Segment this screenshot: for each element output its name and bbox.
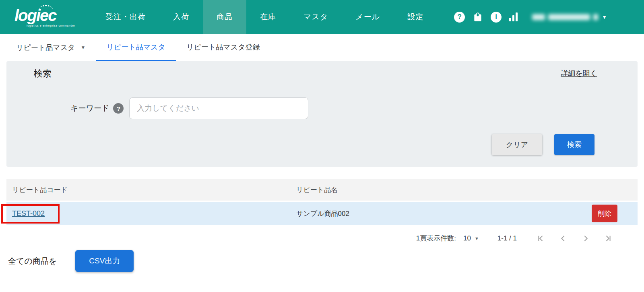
results-table: リピート品コード リピート品名 TEST-002 サンプル商品002 削除 (6, 179, 638, 225)
keyword-label: キーワード (70, 103, 109, 114)
first-page-button[interactable] (536, 234, 545, 243)
last-page-button[interactable] (604, 234, 613, 243)
page-selector-label: リピート品マスタ (16, 43, 75, 52)
nav-item-settings[interactable]: 設定 (394, 0, 437, 34)
shopping-bag-icon[interactable] (473, 12, 483, 22)
nav-icon-group: ? i (454, 0, 518, 34)
column-header-repeat-item-name: リピート品名 (296, 185, 638, 195)
table-row: TEST-002 サンプル商品002 削除 (6, 202, 638, 225)
csv-export-label: 全ての商品を (8, 256, 57, 267)
tab-bar: リピート品マスタ ▼ リピート品マスタ リピート品マスタ登録 (0, 34, 644, 61)
nav-item-products[interactable]: 商品 (203, 0, 246, 34)
repeat-item-code-link[interactable]: TEST-002 (12, 209, 45, 217)
search-title: 検索 (34, 68, 52, 80)
per-page-label: 1頁表示件数: (416, 234, 456, 243)
nav-item-mail[interactable]: メール (342, 0, 394, 34)
app-logo[interactable]: logiec logistics e enterprise commander (0, 0, 76, 34)
open-details-link[interactable]: 詳細を開く (561, 68, 597, 78)
previous-page-button[interactable] (559, 234, 568, 243)
stats-bars-icon[interactable] (509, 12, 518, 21)
keyword-help-icon[interactable]: ? (113, 103, 124, 114)
search-panel: 検索 詳細を開く キーワード ? クリア 検索 (6, 61, 638, 167)
logo-tagline: logistics e enterprise commander (27, 24, 76, 27)
tab-repeat-item-master[interactable]: リピート品マスタ (96, 34, 176, 61)
user-name-redacted (532, 14, 598, 20)
search-button[interactable]: 検索 (554, 134, 594, 155)
top-nav-bar: logiec logistics e enterprise commander … (0, 0, 644, 34)
chevron-down-icon: ▼ (475, 236, 479, 241)
csv-export-button[interactable]: CSV出力 (75, 250, 134, 272)
keyword-input[interactable] (129, 97, 308, 119)
help-icon[interactable]: ? (454, 12, 465, 23)
info-icon[interactable]: i (491, 12, 502, 23)
csv-export-row: 全ての商品を CSV出力 (8, 250, 644, 272)
chevron-down-icon: ▼ (81, 45, 86, 50)
repeat-item-name-cell: サンプル商品002 (296, 209, 638, 218)
page-size-value: 10 (463, 234, 471, 242)
pagination-range: 1-1 / 1 (497, 234, 517, 242)
page-selector-dropdown[interactable]: リピート品マスタ ▼ (16, 34, 96, 61)
logo-arc-icon (39, 5, 53, 11)
main-nav: 受注・出荷 入荷 商品 在庫 マスタ メール 設定 (92, 0, 437, 34)
clear-button[interactable]: クリア (492, 134, 542, 155)
nav-item-receiving[interactable]: 入荷 (159, 0, 203, 34)
next-page-button[interactable] (581, 234, 590, 243)
pagination-bar: 1頁表示件数: 10 ▼ 1-1 / 1 (0, 234, 644, 243)
user-menu[interactable]: ▼ (532, 0, 607, 34)
table-header-row: リピート品コード リピート品名 (6, 179, 638, 201)
delete-button[interactable]: 削除 (592, 205, 617, 222)
user-menu-caret-icon: ▼ (602, 14, 607, 20)
nav-item-master[interactable]: マスタ (290, 0, 342, 34)
nav-item-inventory[interactable]: 在庫 (246, 0, 290, 34)
page-size-dropdown[interactable]: 10 ▼ (463, 234, 479, 242)
column-header-repeat-item-code: リピート品コード (6, 185, 296, 195)
nav-item-orders-shipping[interactable]: 受注・出荷 (92, 0, 159, 34)
tab-repeat-item-master-register[interactable]: リピート品マスタ登録 (176, 34, 270, 61)
